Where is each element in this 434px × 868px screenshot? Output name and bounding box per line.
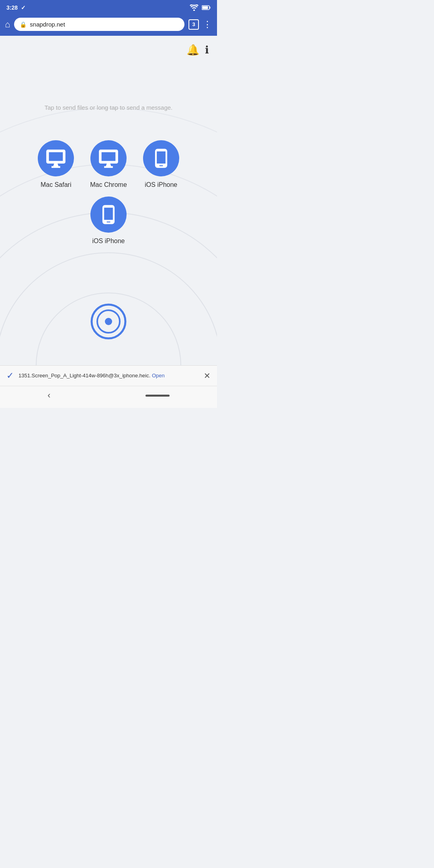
svg-rect-2 <box>203 6 208 9</box>
wifi-icon <box>190 4 199 11</box>
device-circle-ios-1 <box>143 140 179 176</box>
device-label-ios-2: iOS iPhone <box>92 237 125 245</box>
my-device-area <box>90 303 127 341</box>
download-indicator: ✓ <box>21 4 26 11</box>
device-mac-chrome[interactable]: Mac Chrome <box>90 140 127 188</box>
time-display: 3:28 <box>6 4 18 11</box>
my-device-icon <box>90 303 127 340</box>
nav-handle <box>145 395 170 397</box>
battery-icon <box>202 5 211 10</box>
status-left: 3:28 ✓ <box>6 4 26 11</box>
device-ios-iphone-2[interactable]: iOS iPhone <box>90 197 127 245</box>
url-text: snapdrop.net <box>30 21 65 28</box>
download-filename: 1351.Screen_Pop_A_Light-414w-896h@3x_iph… <box>18 372 199 379</box>
url-bar[interactable]: 🔒 snapdrop.net <box>14 18 184 31</box>
top-actions: 🔔 ℹ <box>186 44 209 56</box>
devices-row-2: iOS iPhone <box>0 197 217 245</box>
device-circle-ios-2 <box>90 197 127 233</box>
more-button[interactable]: ⋮ <box>203 19 212 30</box>
status-bar: 3:28 ✓ <box>0 0 217 14</box>
device-mac-safari[interactable]: Mac Safari <box>38 140 74 188</box>
device-ios-iphone-1[interactable]: iOS iPhone <box>143 140 179 188</box>
hint-text: Tap to send files or long tap to send a … <box>45 104 173 111</box>
phone-icon-2 <box>98 204 119 225</box>
devices-area: Mac Safari Mac Chrome iOS iPhone <box>0 140 217 245</box>
lock-icon: 🔒 <box>20 21 27 28</box>
download-filename-text: 1351.Screen_Pop_A_Light-414w-896h@3x_iph… <box>18 373 150 379</box>
main-content: 🔔 ℹ Tap to send files or long tap to sen… <box>0 36 217 365</box>
download-check-icon: ✓ <box>6 371 14 381</box>
svg-rect-1 <box>210 7 211 9</box>
download-bar: ✓ 1351.Screen_Pop_A_Light-414w-896h@3x_i… <box>0 365 217 386</box>
home-button[interactable]: ⌂ <box>5 19 10 30</box>
svg-point-10 <box>105 318 112 325</box>
back-button[interactable]: ‹ <box>47 390 50 401</box>
nav-bar: ‹ <box>0 386 217 408</box>
devices-row-1: Mac Safari Mac Chrome iOS iPhone <box>0 140 217 188</box>
notification-button[interactable]: 🔔 <box>186 44 199 56</box>
status-right <box>190 4 211 11</box>
device-label-mac-chrome: Mac Chrome <box>90 181 127 188</box>
desktop-icon-chrome <box>98 148 119 169</box>
device-circle-mac-safari <box>38 140 74 176</box>
browser-bar: ⌂ 🔒 snapdrop.net 3 ⋮ <box>0 14 217 36</box>
device-circle-mac-chrome <box>90 140 127 176</box>
info-button[interactable]: ℹ <box>205 44 209 56</box>
phone-icon-1 <box>151 148 172 169</box>
tab-count[interactable]: 3 <box>188 19 199 30</box>
device-label-mac-safari: Mac Safari <box>41 181 71 188</box>
download-open-button[interactable]: Open <box>152 373 165 379</box>
desktop-icon-safari <box>45 148 66 169</box>
device-label-ios-1: iOS iPhone <box>145 181 177 188</box>
download-close-button[interactable]: ✕ <box>204 371 211 381</box>
